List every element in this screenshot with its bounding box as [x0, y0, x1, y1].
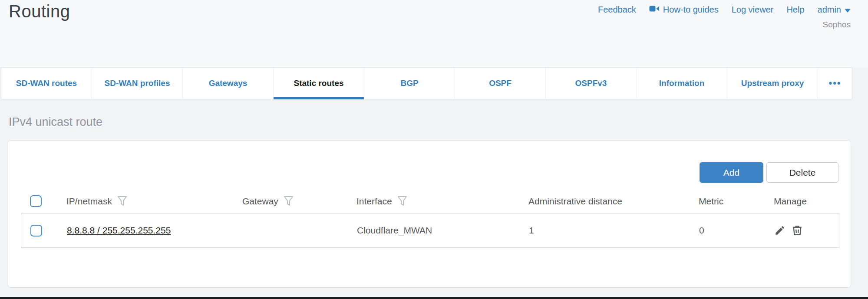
static-routes-panel: Add Delete IP/netmask Gateway Interface … — [8, 140, 851, 288]
org-name: Sophos — [823, 20, 851, 30]
interface-cell: Cloudflare_MWAN — [357, 225, 529, 236]
tab-sdwan-routes[interactable]: SD-WAN routes — [1, 68, 92, 99]
delete-button[interactable]: Delete — [766, 162, 838, 183]
tab-information[interactable]: Information — [637, 68, 727, 99]
table-header: IP/netmask Gateway Interface Administrat… — [21, 189, 839, 213]
chevron-down-icon — [845, 5, 851, 15]
tab-upstream-proxy[interactable]: Upstream proxy — [727, 68, 818, 99]
admin-distance-cell: 1 — [529, 225, 699, 236]
col-ip-netmask: IP/netmask — [66, 196, 112, 207]
page-title: Routing — [9, 2, 70, 21]
help-link[interactable]: Help — [786, 5, 804, 15]
user-menu[interactable]: admin — [818, 5, 851, 15]
tab-bgp[interactable]: BGP — [364, 68, 455, 99]
delete-trash-icon[interactable] — [792, 225, 803, 236]
filter-icon[interactable] — [397, 196, 407, 207]
tab-gateways[interactable]: Gateways — [183, 68, 274, 99]
feedback-link[interactable]: Feedback — [598, 5, 636, 15]
tabs-overflow-button[interactable]: ••• — [818, 68, 852, 99]
filter-icon[interactable] — [117, 196, 127, 207]
ellipsis-icon: ••• — [828, 78, 841, 89]
table-row: 8.8.8.8 / 255.255.255.255 Cloudflare_MWA… — [21, 213, 839, 248]
top-navigation: Feedback How-to guides Log viewer Help a… — [598, 4, 851, 15]
filter-icon[interactable] — [284, 196, 294, 207]
col-interface: Interface — [356, 196, 392, 207]
tab-sdwan-profiles[interactable]: SD-WAN profiles — [92, 68, 183, 99]
add-button[interactable]: Add — [700, 162, 763, 183]
metric-cell: 0 — [699, 225, 774, 236]
col-admin-distance: Administrative distance — [528, 196, 622, 207]
table-actions: Add Delete — [700, 162, 838, 183]
col-gateway: Gateway — [242, 196, 278, 207]
log-viewer-link[interactable]: Log viewer — [732, 5, 774, 15]
route-link[interactable]: 8.8.8.8 / 255.255.255.255 — [67, 225, 171, 235]
screen-bottom-edge — [0, 297, 868, 299]
howto-guides-link[interactable]: How-to guides — [649, 4, 719, 15]
tab-ospf[interactable]: OSPF — [455, 68, 546, 99]
col-manage: Manage — [774, 196, 807, 207]
routing-tabbar: SD-WAN routes SD-WAN profiles Gateways S… — [1, 67, 852, 99]
section-heading: IPv4 unicast route — [9, 115, 102, 129]
col-metric: Metric — [699, 196, 723, 207]
manage-cell — [774, 225, 839, 236]
tab-ospfv3[interactable]: OSPFv3 — [546, 68, 637, 99]
select-all-checkbox[interactable] — [30, 195, 42, 207]
edit-pencil-icon[interactable] — [774, 225, 785, 236]
tab-static-routes[interactable]: Static routes — [274, 68, 364, 99]
row-checkbox[interactable] — [30, 225, 42, 237]
video-camera-icon — [649, 4, 660, 15]
